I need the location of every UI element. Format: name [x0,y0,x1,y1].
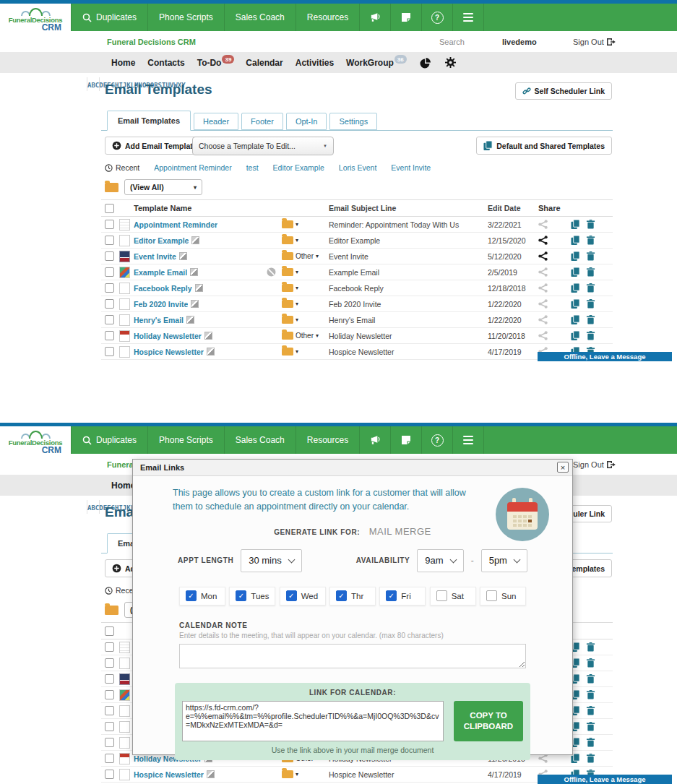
brand-logo[interactable]: FuneralDecisions CRM [0,4,71,35]
nav-phone-scripts[interactable]: Phone Scripts [147,4,224,31]
row-checkbox[interactable] [105,722,114,731]
chevron-down-icon[interactable]: ▾ [296,269,298,275]
help-button[interactable]: ? [421,4,452,31]
chevron-down-icon[interactable]: ▾ [296,237,298,244]
tab-header[interactable]: Header [194,113,238,130]
folder-icon[interactable] [282,268,293,276]
recent-link-event-invite[interactable]: Event Invite [391,163,431,172]
checkbox-icon[interactable]: ✓ [286,590,297,601]
delete-icon[interactable] [586,331,595,340]
edit-icon[interactable] [191,300,199,308]
day-checkbox-tues[interactable]: ✓Tues [229,587,275,606]
delete-icon[interactable] [586,642,595,652]
row-checkbox[interactable] [105,674,114,684]
recent-link-test[interactable]: test [246,163,259,172]
subnav-activities[interactable]: Activities [296,58,334,68]
row-checkbox[interactable] [105,315,114,324]
subnav-workgroup[interactable]: WorkGroup36 [346,58,406,68]
folder-icon[interactable] [105,183,118,192]
announcement-button[interactable] [359,426,390,454]
username[interactable]: livedemo [502,38,537,46]
delete-icon[interactable] [586,299,595,309]
row-checkbox[interactable] [105,283,114,293]
share-icon[interactable] [538,315,548,324]
row-checkbox[interactable] [105,267,114,277]
row-checkbox[interactable] [105,251,114,261]
offline-chat-bar[interactable]: Offline, Leave a Message [538,775,672,784]
folder-icon[interactable] [282,284,293,292]
availability-to-select[interactable]: 5pm [481,549,527,572]
checkbox-icon[interactable] [436,590,447,601]
duplicate-icon[interactable] [571,251,580,261]
edit-icon[interactable] [190,268,198,276]
chevron-down-icon[interactable]: ▾ [296,348,298,355]
nav-resources[interactable]: Resources [296,426,359,454]
folder-icon[interactable] [282,220,293,228]
calendar-note-input[interactable] [179,644,526,668]
row-checkbox[interactable] [105,642,114,652]
edit-icon[interactable] [204,332,212,340]
delete-icon[interactable] [586,722,595,731]
template-name-link[interactable]: Hospice Newsletter [134,770,204,779]
folder-icon[interactable] [105,606,118,615]
row-checkbox[interactable] [105,331,114,340]
chevron-down-icon[interactable]: ▾ [316,332,319,339]
nav-resources[interactable]: Resources [296,4,359,31]
day-checkbox-mon[interactable]: ✓Mon [179,587,225,606]
row-checkbox[interactable] [105,658,114,668]
nav-duplicates[interactable]: Duplicates [71,426,147,454]
checkbox-icon[interactable]: ✓ [186,590,197,601]
template-edit-dropdown[interactable]: Choose a Template To Edit... ▼ [192,137,334,155]
folder-icon[interactable] [282,300,293,308]
search-link[interactable]: Search [439,38,465,46]
notes-button[interactable] [390,4,421,31]
notes-button[interactable] [390,426,421,454]
tab-footer[interactable]: Footer [241,113,283,130]
delete-icon[interactable] [586,738,595,747]
subnav-contacts[interactable]: Contacts [147,58,184,68]
announcement-button[interactable] [359,4,390,31]
template-name-link[interactable]: Example Email [134,268,187,277]
share-icon[interactable] [538,251,548,261]
delete-icon[interactable] [586,690,595,699]
template-name-link[interactable]: Appointment Reminder [134,220,217,229]
template-name-link[interactable]: Facebook Reply [134,284,192,293]
row-checkbox[interactable] [105,738,114,747]
delete-icon[interactable] [586,706,595,715]
reports-button[interactable] [420,57,431,69]
share-icon[interactable] [538,220,548,229]
chevron-down-icon[interactable]: ▾ [296,771,298,777]
signout-link[interactable]: Sign Out [573,38,617,46]
day-checkbox-fri[interactable]: ✓Fri [379,587,426,606]
share-icon[interactable] [538,267,548,277]
self-scheduler-link-button[interactable]: Self Scheduler Link [515,82,612,100]
chevron-down-icon[interactable]: ▾ [296,285,298,291]
default-shared-templates-button[interactable]: Default and Shared Templates [476,137,612,155]
row-checkbox[interactable] [105,236,114,245]
checkbox-icon[interactable] [486,590,497,601]
duplicate-icon[interactable] [571,299,580,309]
calendar-link-input[interactable]: https://s.fd-crm.com/?e=%%email%%&tm=%%p… [182,701,444,741]
signout-link[interactable]: Sign Out [573,460,617,469]
recent-link-editor-example[interactable]: Editor Example [273,163,324,172]
duplicate-icon[interactable] [571,283,580,293]
delete-icon[interactable] [586,236,595,245]
delete-icon[interactable] [586,220,595,229]
chevron-down-icon[interactable]: ▾ [316,253,319,259]
duplicate-icon[interactable] [571,331,580,340]
duplicate-icon[interactable] [571,220,580,229]
header-checkbox[interactable] [105,626,114,636]
nav-sales-coach[interactable]: Sales Coach [224,4,296,31]
day-checkbox-sun[interactable]: Sun [480,587,526,606]
app-name-link[interactable]: Funeral Decisions CRM [107,38,196,46]
folder-icon[interactable] [282,348,293,356]
copy-to-clipboard-button[interactable]: COPY TO CLIPBOARD [454,701,523,741]
edit-icon[interactable] [186,316,194,324]
recent-link-appointment-reminder[interactable]: Appointment Reminder [154,163,231,172]
day-checkbox-sat[interactable]: Sat [430,587,476,606]
share-icon[interactable] [538,283,548,293]
checkbox-icon[interactable]: ✓ [236,590,246,601]
row-checkbox[interactable] [105,690,114,699]
edit-icon[interactable] [179,252,187,260]
template-name-link[interactable]: Editor Example [134,236,189,245]
